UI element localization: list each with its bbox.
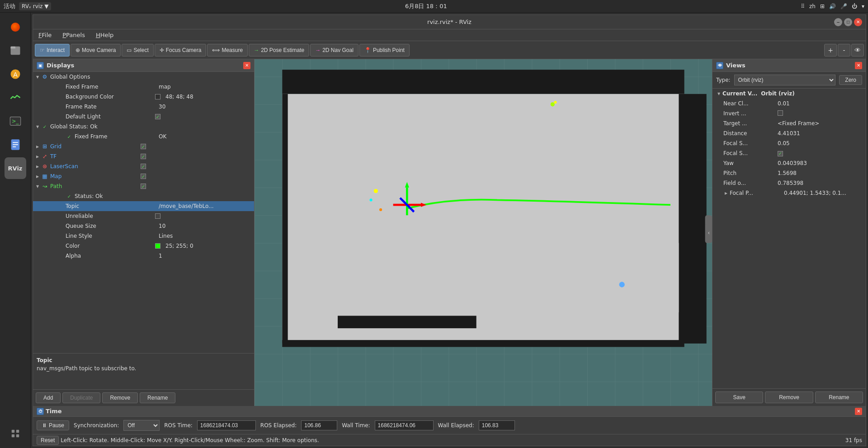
duplicate-display-button[interactable]: Duplicate: [62, 392, 100, 403]
toolbar-view-icon-button[interactable]: 👁: [851, 44, 864, 57]
views-focal-point[interactable]: ▶ Focal P... 0.44901; 1.5433; 0.1...: [712, 188, 866, 198]
tree-toggle-status[interactable]: ▼: [35, 124, 40, 129]
app-indicator[interactable]: RVᵥ rviz ▼: [19, 2, 51, 10]
path-checkbox[interactable]: [141, 184, 146, 189]
tree-toggle-tf[interactable]: ▶: [35, 154, 40, 159]
menu-panels[interactable]: PPanels: [61, 31, 87, 39]
laserscan-checkbox[interactable]: [141, 164, 146, 169]
tree-path-status[interactable]: ✓ Status: Ok: [33, 191, 254, 201]
tree-path-color[interactable]: Color 25; 255; 0: [33, 241, 254, 251]
views-yaw[interactable]: Yaw 0.0403983: [712, 158, 866, 168]
wall-elapsed-field[interactable]: [479, 420, 515, 430]
views-field-of-view[interactable]: Field o... 0.785398: [712, 178, 866, 188]
toolbar-add-icon-button[interactable]: +: [824, 44, 837, 57]
menu-help[interactable]: HHelp: [94, 31, 115, 39]
remove-view-button[interactable]: Remove: [765, 391, 813, 403]
lang-indicator[interactable]: zh: [809, 3, 816, 9]
toolbar-move-camera-button[interactable]: ⊕ Move Camera: [71, 44, 121, 57]
tree-toggle-path[interactable]: ▼: [35, 184, 40, 189]
dock-firefox[interactable]: [5, 16, 26, 38]
views-close-button[interactable]: ✕: [855, 62, 862, 69]
dock-apps-grid[interactable]: [5, 423, 26, 444]
map-checkbox[interactable]: [141, 174, 146, 179]
dock-monitor[interactable]: [5, 87, 26, 108]
views-zero-button[interactable]: Zero: [839, 75, 862, 85]
sync-select[interactable]: Off: [123, 420, 160, 431]
views-focal-s1[interactable]: Focal S... 0.05: [712, 138, 866, 148]
toolbar-measure-button[interactable]: ⟺ Measure: [207, 44, 248, 57]
tree-toggle-map[interactable]: ▶: [35, 174, 40, 179]
close-button[interactable]: ✕: [854, 18, 862, 26]
toolbar-select-button[interactable]: ▭ Select: [122, 44, 153, 57]
tree-grid[interactable]: ▶ ⊞ Grid: [33, 141, 254, 151]
views-near-clip[interactable]: Near Cl... 0.01: [712, 99, 866, 108]
tree-path-topic[interactable]: Topic /move_base/TebLo...: [33, 201, 254, 211]
views-tree[interactable]: ▼ Current V... Orbit (rviz) Near Cl... 0…: [712, 89, 866, 388]
tf-checkbox[interactable]: [141, 154, 146, 159]
displays-close-button[interactable]: ✕: [243, 62, 250, 69]
tree-fixed-frame-status[interactable]: ✓ Fixed Frame OK: [33, 132, 254, 141]
dock-software[interactable]: A: [5, 63, 26, 85]
minimize-button[interactable]: –: [834, 18, 842, 26]
remove-display-button[interactable]: Remove: [102, 392, 138, 403]
views-focal-s2[interactable]: Focal S...: [712, 148, 866, 158]
reset-button[interactable]: Reset: [37, 436, 59, 445]
ros-elapsed-field[interactable]: [301, 420, 337, 430]
toolbar-interact-button[interactable]: ☞ Interact: [35, 44, 70, 57]
save-view-button[interactable]: Save: [715, 391, 763, 403]
time-panel-close[interactable]: ✕: [855, 408, 862, 415]
toolbar-nav-goal-button[interactable]: → 2D Nav Goal: [310, 44, 359, 57]
views-section-toggle[interactable]: ▼: [716, 91, 722, 96]
wall-time-field[interactable]: [375, 420, 434, 430]
toolbar-minus-icon-button[interactable]: -: [838, 44, 850, 57]
tree-path[interactable]: ▼ ↝ Path: [33, 181, 254, 191]
tree-toggle-laserscan[interactable]: ▶: [35, 164, 40, 169]
focal-s2-checkbox[interactable]: [778, 151, 783, 156]
tree-global-status[interactable]: ▼ ✓ Global Status: Ok: [33, 122, 254, 132]
tree-toggle-grid[interactable]: ▶: [35, 144, 40, 149]
dock-rviz[interactable]: RViz: [5, 157, 26, 179]
tree-fixed-frame[interactable]: Fixed Frame map: [33, 82, 254, 92]
invert-checkbox[interactable]: [778, 110, 783, 116]
focal-point-toggle[interactable]: ▶: [723, 190, 729, 196]
default-light-checkbox[interactable]: [155, 114, 160, 119]
views-target[interactable]: Target ... <Fixed Frame>: [712, 118, 866, 128]
grid-checkbox[interactable]: [141, 144, 146, 149]
dock-terminal[interactable]: >_: [5, 110, 26, 132]
tree-unreliable[interactable]: Unreliable: [33, 211, 254, 221]
wall-elapsed-label: Wall Elapsed:: [438, 422, 474, 429]
unreliable-checkbox[interactable]: [155, 213, 160, 219]
views-type-select[interactable]: Orbit (rviz): [734, 75, 836, 85]
focus-camera-icon: ✛: [160, 47, 164, 53]
views-distance[interactable]: Distance 4.41031: [712, 128, 866, 138]
pause-button[interactable]: ⏸ Pause: [37, 420, 69, 430]
toolbar-publish-point-button[interactable]: 📍 Publish Point: [359, 44, 410, 57]
dock-text-editor[interactable]: [5, 134, 26, 156]
tree-default-light[interactable]: Default Light: [33, 112, 254, 122]
menu-file[interactable]: FFile: [37, 31, 53, 39]
rename-view-button[interactable]: Rename: [815, 391, 863, 403]
views-pitch[interactable]: Pitch 1.5698: [712, 168, 866, 178]
rename-display-button[interactable]: Rename: [140, 392, 175, 403]
tree-toggle-global[interactable]: ▼: [35, 74, 40, 80]
add-display-button[interactable]: Add: [36, 392, 61, 403]
viewport-scroll-right[interactable]: ‹: [706, 224, 712, 242]
toolbar-pose-estimate-button[interactable]: → 2D Pose Estimate: [249, 44, 309, 57]
views-invert[interactable]: Invert ...: [712, 108, 866, 118]
tree-frame-rate[interactable]: Frame Rate 30: [33, 102, 254, 112]
viewport-3d[interactable]: ‹ ‹: [255, 59, 712, 406]
tree-tf[interactable]: ▶ ⤢ TF: [33, 151, 254, 161]
toolbar-focus-camera-button[interactable]: ✛ Focus Camera: [155, 44, 207, 57]
dock-files[interactable]: [5, 40, 26, 61]
ros-time-field[interactable]: [197, 420, 256, 430]
maximize-button[interactable]: □: [844, 18, 852, 26]
tree-global-options[interactable]: ▼ ⚙ Global Options: [33, 72, 254, 82]
tree-queue-size[interactable]: Queue Size 10: [33, 221, 254, 231]
views-current-section[interactable]: ▼ Current V... Orbit (rviz): [712, 89, 866, 99]
displays-tree[interactable]: ▼ ⚙ Global Options Fixed Frame: [33, 72, 254, 353]
tree-alpha[interactable]: Alpha 1: [33, 251, 254, 261]
tree-map[interactable]: ▶ ▦ Map: [33, 171, 254, 181]
tree-line-style[interactable]: Line Style Lines: [33, 231, 254, 241]
tree-laserscan[interactable]: ▶ ⊛ LaserScan: [33, 161, 254, 171]
tree-bg-color[interactable]: Background Color 48; 48; 48: [33, 92, 254, 102]
